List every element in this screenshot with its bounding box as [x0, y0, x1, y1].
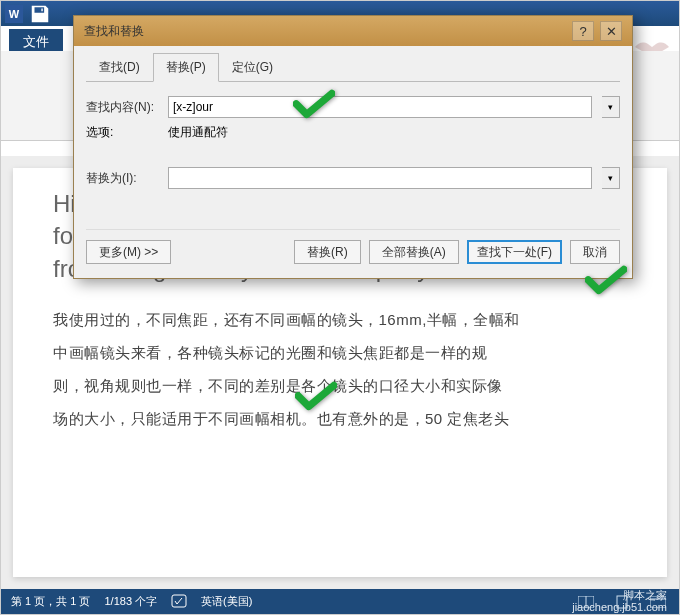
spelling-status-icon[interactable] [171, 594, 187, 610]
word-count[interactable]: 1/183 个字 [104, 594, 157, 609]
chinese-paragraph: 我使用过的，不同焦距，还有不同画幅的镜头，16mm,半幅，全幅和 中画幅镜头来看… [53, 303, 627, 435]
replace-with-label: 替换为(I): [86, 170, 158, 187]
save-icon[interactable] [29, 3, 51, 25]
find-content-input[interactable] [168, 96, 592, 118]
tab-goto[interactable]: 定位(G) [219, 53, 286, 82]
find-content-label: 查找内容(N): [86, 99, 158, 116]
page-info[interactable]: 第 1 页，共 1 页 [11, 594, 90, 609]
cancel-button[interactable]: 取消 [570, 240, 620, 264]
find-dropdown[interactable]: ▾ [602, 96, 620, 118]
more-button[interactable]: 更多(M) >> [86, 240, 171, 264]
replace-all-button[interactable]: 全部替换(A) [369, 240, 459, 264]
replace-button[interactable]: 替换(R) [294, 240, 361, 264]
language-status[interactable]: 英语(美国) [201, 594, 252, 609]
tab-replace[interactable]: 替换(P) [153, 53, 219, 82]
options-value: 使用通配符 [168, 124, 228, 141]
dialog-title: 查找和替换 [84, 23, 144, 40]
options-label: 选项: [86, 124, 158, 141]
replace-dropdown[interactable]: ▾ [602, 167, 620, 189]
tab-find[interactable]: 查找(D) [86, 53, 153, 82]
dialog-titlebar[interactable]: 查找和替换 ? ✕ [74, 16, 632, 46]
word-app-icon: W [5, 5, 23, 23]
replace-with-input[interactable] [168, 167, 592, 189]
help-button[interactable]: ? [572, 21, 594, 41]
watermark: 脚本之家 jiaocheng.jb51.com [572, 589, 667, 613]
find-replace-dialog: 查找和替换 ? ✕ 查找(D) 替换(P) 定位(G) 查找内容(N): ▾ 选… [73, 15, 633, 279]
close-button[interactable]: ✕ [600, 21, 622, 41]
find-next-button[interactable]: 查找下一处(F) [467, 240, 562, 264]
dialog-tabstrip: 查找(D) 替换(P) 定位(G) [86, 52, 620, 82]
